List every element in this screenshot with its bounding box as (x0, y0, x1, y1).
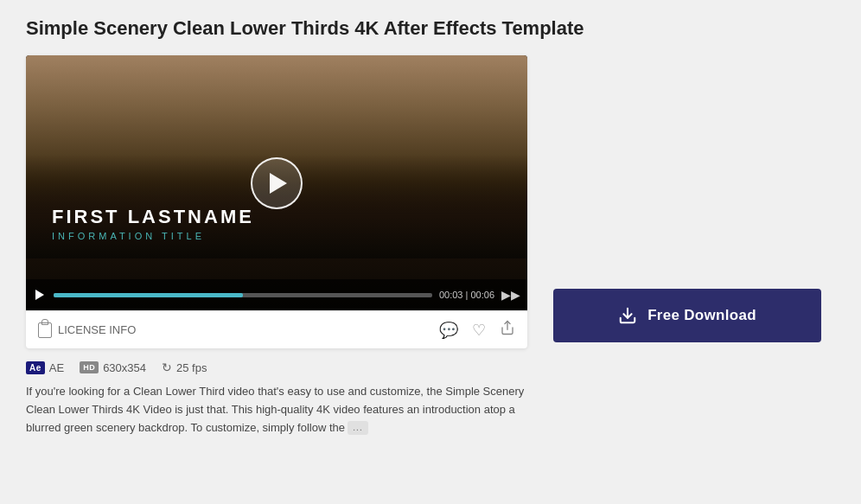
license-icon (38, 322, 52, 338)
video-text-overlay: FIRST LASTNAME INFORMATION TITLE (52, 206, 254, 241)
video-overlay-subtitle: INFORMATION TITLE (52, 231, 254, 241)
software-label: AE (49, 361, 64, 374)
video-info-bar: LICENSE INFO 💬 ♡ (26, 310, 527, 348)
play-icon (270, 173, 287, 194)
download-icon (618, 306, 637, 325)
progress-fill (54, 293, 243, 297)
share-icon[interactable] (500, 320, 515, 340)
video-controls: 00:03 | 00:06 ▶▶ (26, 279, 527, 310)
video-player[interactable]: FIRST LASTNAME INFORMATION TITLE 00:03 |… (26, 55, 527, 310)
hd-badge: HD (80, 361, 99, 373)
description-text: If you're looking for a Clean Lower Thir… (26, 383, 527, 437)
software-badge: Ae AE (26, 361, 64, 374)
page-title: Simple Scenery Clean Lower Thirds 4K Aft… (26, 17, 835, 40)
ae-badge: Ae (26, 361, 45, 374)
time-display: 00:03 | 00:06 (439, 290, 494, 300)
comment-icon[interactable]: 💬 (439, 321, 458, 340)
license-label: LICENSE INFO (58, 323, 136, 336)
control-play-button[interactable] (33, 288, 47, 302)
fps-badge: ↻ 25 fps (162, 360, 207, 374)
meta-row: Ae AE HD 630x354 ↻ 25 fps (26, 360, 527, 374)
progress-bar[interactable] (54, 293, 432, 297)
action-icons: 💬 ♡ (439, 320, 515, 340)
content-area: FIRST LASTNAME INFORMATION TITLE 00:03 |… (26, 55, 835, 348)
fps-icon: ↻ (162, 360, 172, 374)
resolution-label: 630x354 (103, 361, 146, 374)
fps-label: 25 fps (176, 361, 207, 374)
download-button-label: Free Download (647, 307, 756, 324)
heart-icon[interactable]: ♡ (472, 321, 486, 340)
resolution-badge: HD 630x354 (80, 361, 146, 374)
left-panel: FIRST LASTNAME INFORMATION TITLE 00:03 |… (26, 55, 527, 348)
description-content: If you're looking for a Clean Lower Thir… (26, 385, 524, 434)
video-overlay-name: FIRST LASTNAME (52, 206, 254, 228)
read-more-button[interactable]: ... (348, 421, 368, 435)
right-panel: Free Download (553, 55, 835, 342)
play-button[interactable] (251, 157, 303, 209)
volume-icon[interactable]: ▶▶ (501, 288, 520, 302)
license-info-button[interactable]: LICENSE INFO (38, 322, 136, 338)
free-download-button[interactable]: Free Download (553, 289, 821, 342)
control-play-icon (35, 290, 44, 300)
